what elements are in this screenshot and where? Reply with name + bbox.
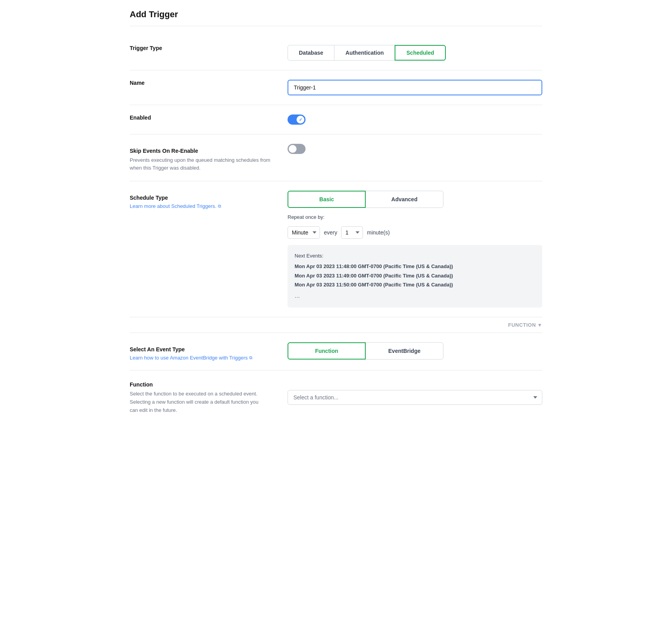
external-link-icon: ⧉ — [218, 204, 221, 209]
schedule-type-group: Basic Advanced — [288, 191, 542, 208]
function-sublabel: Select the function to be executed on a … — [130, 390, 263, 414]
event-function-btn[interactable]: Function — [288, 342, 366, 360]
schedule-type-label: Schedule Type — [130, 195, 278, 201]
next-events-title: Next Events: — [295, 251, 535, 260]
repeat-once-label: Repeat once by: — [288, 214, 325, 220]
page-title: Add Trigger — [130, 9, 542, 26]
name-label: Name — [130, 80, 278, 86]
function-section-header: FUNCTION ▼ — [130, 317, 542, 333]
interval-select[interactable]: Minute Hour Day Week Month — [288, 226, 320, 239]
schedule-advanced-btn[interactable]: Advanced — [365, 191, 443, 208]
chevron-down-icon: ▼ — [538, 322, 542, 328]
trigger-type-label: Trigger Type — [130, 45, 278, 51]
schedule-basic-btn[interactable]: Basic — [288, 191, 366, 208]
function-label: Function — [130, 381, 278, 388]
event-bridge-btn[interactable]: EventBridge — [365, 342, 443, 360]
function-select[interactable]: Select a function... — [288, 390, 542, 405]
toggle-check-icon: ✓ — [299, 117, 302, 122]
skip-events-label: Skip Events On Re-Enable — [130, 148, 278, 154]
next-event-1: Mon Apr 03 2023 11:48:00 GMT-0700 (Pacif… — [295, 262, 535, 271]
event-type-group: Function EventBridge — [288, 342, 443, 360]
next-events-more: ... — [295, 290, 535, 302]
skip-events-sublabel: Prevents executing upon the queued match… — [130, 156, 278, 172]
event-type-label: Select An Event Type — [130, 346, 278, 352]
unit-label: minute(s) — [367, 229, 390, 236]
learn-scheduled-link[interactable]: Learn more about Scheduled Triggers. ⧉ — [130, 203, 278, 209]
every-label: every — [324, 229, 337, 236]
trigger-type-group: Database Authentication Scheduled — [288, 45, 446, 61]
skip-events-toggle[interactable] — [288, 144, 306, 154]
enabled-label: Enabled — [130, 114, 278, 121]
external-link-icon-2: ⧉ — [249, 355, 252, 360]
next-events-box: Next Events: Mon Apr 03 2023 11:48:00 GM… — [288, 245, 542, 308]
value-select[interactable]: 1 2 5 10 15 30 — [341, 226, 363, 239]
trigger-type-scheduled[interactable]: Scheduled — [395, 45, 446, 61]
trigger-type-database[interactable]: Database — [288, 45, 334, 61]
trigger-type-authentication[interactable]: Authentication — [334, 45, 395, 61]
learn-eventbridge-link[interactable]: Learn how to use Amazon EventBridge with… — [130, 355, 278, 361]
next-event-3: Mon Apr 03 2023 11:50:00 GMT-0700 (Pacif… — [295, 280, 535, 289]
next-event-2: Mon Apr 03 2023 11:49:00 GMT-0700 (Pacif… — [295, 271, 535, 280]
name-input[interactable] — [288, 80, 542, 95]
function-section-label: FUNCTION — [508, 322, 536, 328]
enabled-toggle[interactable]: ✓ — [288, 114, 306, 125]
